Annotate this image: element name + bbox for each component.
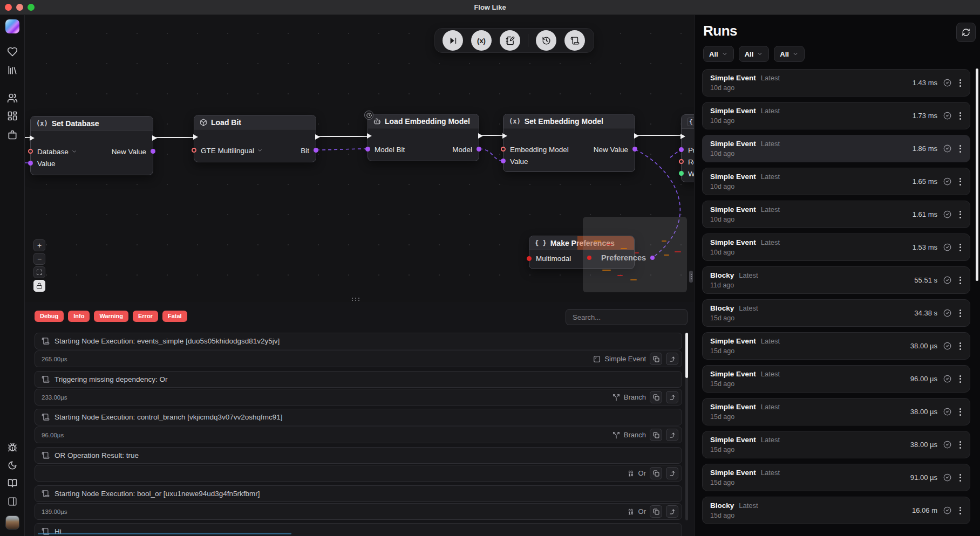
run-card[interactable]: Simple Event Latest 10d ago 1.43 ms [702,69,970,97]
log-message-row[interactable]: Starting Node Execution: bool_or [uxu1ne… [35,485,682,502]
log-message-row[interactable]: Starting Node Execution: control_branch … [35,409,682,425]
log-message-row[interactable]: Starting Node Execution: events_simple [… [35,333,682,349]
run-card[interactable]: Simple Event Latest 10d ago 1.53 ms [702,233,970,261]
log-entry[interactable]: Triggering missing dependency: Or 233.00… [35,371,682,406]
run-flow-button[interactable] [443,30,463,51]
input-pin-model-bit[interactable] [365,147,370,152]
log-message-row[interactable]: Triggering missing dependency: Or [35,371,682,388]
input-pin-bit[interactable] [192,148,196,153]
log-entry[interactable]: Starting Node Execution: bool_or [uxu1ne… [35,485,682,520]
notes-button[interactable] [500,30,520,51]
chevron-down-icon[interactable] [257,148,263,154]
run-menu-button[interactable] [957,407,963,417]
exec-out-pin[interactable] [315,134,320,140]
copy-button[interactable] [650,467,662,479]
run-menu-button[interactable] [957,308,963,318]
apps-button[interactable] [4,108,21,124]
node-load-embedding-model[interactable]: Load Embedding Model Model Bit Model [368,114,479,161]
logs-button[interactable] [564,30,585,51]
run-card[interactable]: Simple Event Latest 15d ago 96.00 µs [702,365,970,393]
jump-to-node-button[interactable] [666,429,678,441]
run-menu-button[interactable] [957,243,963,252]
runs-scrollbar-thumb[interactable] [976,68,978,281]
run-menu-button[interactable] [957,78,963,88]
run-card[interactable]: Simple Event Latest 15d ago 38.00 µs [702,431,970,458]
run-card[interactable]: Simple Event Latest 10d ago 1.61 ms [702,201,970,228]
exec-in-pin[interactable] [193,134,198,140]
output-pin-new-value[interactable] [151,149,155,154]
runs-filter-1[interactable]: All [703,46,734,62]
user-avatar[interactable] [5,516,19,530]
run-card[interactable]: Simple Event Latest 15d ago 38.00 µs [702,398,970,425]
run-menu-button[interactable] [957,473,963,483]
jump-to-node-button[interactable] [666,505,678,518]
run-card[interactable]: Simple Event Latest 10d ago 1.65 ms [702,168,970,195]
run-card[interactable]: Simple Event Latest 10d ago 1.86 ms [702,135,970,162]
docs-button[interactable] [4,475,21,491]
copy-button[interactable] [650,429,662,441]
run-card[interactable]: Simple Event Latest 15d ago 91.00 µs [702,464,970,491]
favorites-button[interactable] [4,44,21,60]
refresh-runs-button[interactable] [956,23,976,42]
run-menu-button[interactable] [957,177,963,187]
run-menu-button[interactable] [957,144,963,154]
flow-canvas[interactable]: (x) (x) Set Database [25,15,694,536]
runs-filter-2[interactable]: All [739,46,770,62]
node-load-bit[interactable]: Load Bit GTE Multilingual Bit [194,115,316,162]
input-pin-embedding-model[interactable] [501,147,506,152]
team-button[interactable] [4,90,21,106]
exec-in-pin[interactable] [502,133,507,139]
runs-filter-3[interactable]: All [774,46,805,62]
store-button[interactable] [4,127,21,143]
log-entry[interactable]: Starting Node Execution: control_branch … [35,409,682,443]
run-menu-button[interactable] [957,341,963,351]
filter-warning[interactable]: Warning [94,311,128,322]
library-button[interactable] [4,62,21,78]
input-pin-value[interactable] [501,159,506,163]
panel-resize-handle[interactable] [689,271,693,283]
exec-out-pin[interactable] [152,135,157,141]
input-pin-multimodal[interactable] [527,256,532,261]
history-button[interactable] [536,30,556,51]
copy-button[interactable] [650,353,662,365]
input-pin-3[interactable] [679,171,684,176]
input-pin-1[interactable] [679,147,684,152]
output-pin-bit[interactable] [314,148,318,153]
run-menu-button[interactable] [957,276,963,285]
run-card[interactable]: Blocky Latest 11d ago 55.51 s [702,266,970,294]
lock-canvas-button[interactable] [33,280,45,292]
input-pin-2[interactable] [679,159,684,164]
debug-button[interactable] [4,439,21,456]
variables-button[interactable]: (x) [471,30,492,51]
zoom-out-button[interactable]: − [33,253,45,265]
zoom-in-button[interactable]: + [33,239,45,251]
node-clipped[interactable]: { } Pr Re W [681,114,694,182]
exec-out-pin[interactable] [634,133,639,139]
exec-in-pin[interactable] [680,134,685,139]
exec-in-pin[interactable] [367,133,372,139]
fit-view-button[interactable] [33,266,45,278]
run-card[interactable]: Blocky Latest 15d ago 16.06 m [702,497,970,524]
jump-to-node-button[interactable] [666,353,678,365]
run-menu-button[interactable] [957,506,963,516]
copy-button[interactable] [650,391,662,403]
log-scrollbar-thumb[interactable] [685,333,688,378]
node-set-embedding-model[interactable]: (x) Set Embedding Model Embedding Model … [503,114,635,172]
panel-toggle-button[interactable] [4,493,21,510]
exec-in-pin[interactable] [30,135,35,141]
jump-to-node-button[interactable] [666,467,678,479]
run-card[interactable]: Simple Event Latest 15d ago 38.00 µs [702,332,970,360]
run-card[interactable]: Blocky Latest 15d ago 34.38 s [702,299,970,327]
input-pin-database[interactable] [28,149,33,154]
run-menu-button[interactable] [957,440,963,450]
output-pin-new-value[interactable] [632,147,637,152]
copy-button[interactable] [650,505,662,518]
filter-error[interactable]: Error [133,311,158,322]
exec-out-pin[interactable] [478,133,483,139]
run-card[interactable]: Simple Event Latest 10d ago 1.73 ms [702,102,970,129]
input-pin-value[interactable] [28,161,33,166]
filter-fatal[interactable]: Fatal [162,311,187,322]
run-menu-button[interactable] [957,210,963,219]
log-entry[interactable]: Starting Node Execution: events_simple [… [35,333,682,367]
log-resize-handle[interactable] [352,298,360,301]
